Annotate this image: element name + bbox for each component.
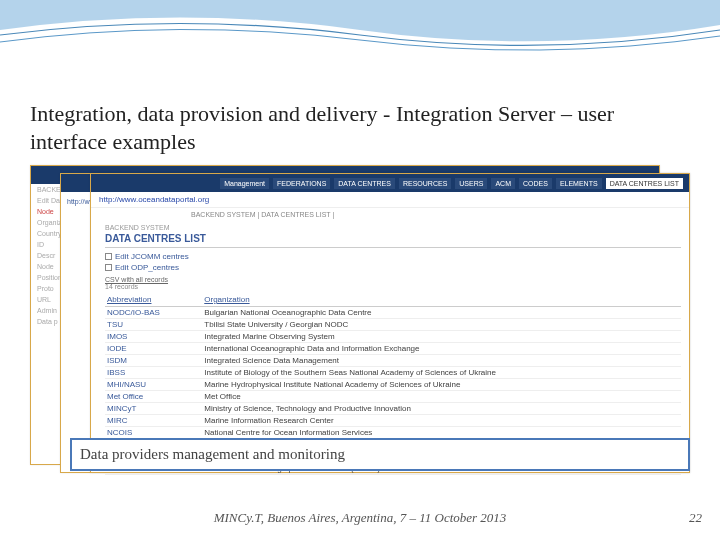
checkbox-icon <box>105 264 112 271</box>
panel-front: Management FEDERATIONS DATA CENTRES RESO… <box>90 173 690 473</box>
table-row[interactable]: NODC/IO-BASBulgarian National Oceanograp… <box>105 307 681 319</box>
tab-resources[interactable]: RESOURCES <box>399 178 451 189</box>
table-row[interactable]: IMOSIntegrated Marine Observing System <box>105 331 681 343</box>
cell-abbr: ISDM <box>105 355 202 367</box>
cell-abbr: MIRC <box>105 415 202 427</box>
table-row[interactable]: IODEInternational Oceanographic Data and… <box>105 343 681 355</box>
tab-data-centres[interactable]: DATA CENTRES <box>334 178 395 189</box>
cell-abbr: MINCyT <box>105 403 202 415</box>
table-row[interactable]: Met OfficeMet Office <box>105 391 681 403</box>
caption-box: Data providers management and monitoring <box>70 438 690 471</box>
cell-abbr: IMOS <box>105 331 202 343</box>
cell-org: National Centre for Ocean Information Se… <box>202 427 681 439</box>
cell-abbr: TSU <box>105 319 202 331</box>
record-count: 14 records <box>105 283 681 290</box>
tab-data-centres-list[interactable]: DATA CENTRES LIST <box>606 178 683 189</box>
table-row[interactable]: TSUTbilisi State University / Georgian N… <box>105 319 681 331</box>
page-number: 22 <box>689 510 702 526</box>
tab-users[interactable]: USERS <box>455 178 487 189</box>
decorative-wave <box>0 0 720 70</box>
tab-federations[interactable]: FEDERATIONS <box>273 178 330 189</box>
top-tabs: Management FEDERATIONS DATA CENTRES RESO… <box>91 174 689 192</box>
cell-org: International Oceanographic Data and Inf… <box>202 343 681 355</box>
cell-abbr: IBSS <box>105 367 202 379</box>
tab-codes[interactable]: CODES <box>519 178 552 189</box>
edit-jcomm-link[interactable]: Edit JCOMM centres <box>105 251 681 262</box>
checkbox-icon <box>105 253 112 260</box>
table-row[interactable]: MHI/NASUMarine Hydrophysical Institute N… <box>105 379 681 391</box>
cell-org: Met Office <box>202 391 681 403</box>
csv-export-link[interactable]: CSV with all records <box>105 276 681 283</box>
cell-abbr: NODC/IO-BAS <box>105 307 202 319</box>
table-row[interactable]: ISDMIntegrated Science Data Management <box>105 355 681 367</box>
cell-abbr: IODE <box>105 343 202 355</box>
url-bar[interactable]: http://www.oceandataportal.org <box>91 192 689 208</box>
table-row[interactable]: NCOISNational Centre for Ocean Informati… <box>105 427 681 439</box>
col-abbreviation[interactable]: Abbreviation <box>105 293 202 307</box>
section-title: DATA CENTRES LIST <box>105 231 681 248</box>
table-row[interactable]: MINCyTMinistry of Science, Technology an… <box>105 403 681 415</box>
cell-org: Tbilisi State University / Georgian NODC <box>202 319 681 331</box>
cell-org: Bulgarian National Oceanographic Data Ce… <box>202 307 681 319</box>
cell-org: Marine Information Research Center <box>202 415 681 427</box>
section-label: BACKEND SYSTEM <box>105 224 681 231</box>
table-row[interactable]: IBSSInstitute of Biology of the Southern… <box>105 367 681 379</box>
cell-org: Integrated Marine Observing System <box>202 331 681 343</box>
tab-elements[interactable]: ELEMENTS <box>556 178 602 189</box>
cell-org: Marine Hydrophysical Institute National … <box>202 379 681 391</box>
cell-org: Integrated Science Data Management <box>202 355 681 367</box>
tab-management[interactable]: Management <box>220 178 269 189</box>
edit-odp-link[interactable]: Edit ODP_centres <box>105 262 681 273</box>
slide-footer: MINCy.T, Buenos Aires, Argentina, 7 – 11… <box>0 510 720 526</box>
table-row[interactable]: MIRCMarine Information Research Center <box>105 415 681 427</box>
cell-org: Institute of Biology of the Southern Sea… <box>202 367 681 379</box>
breadcrumb: BACKEND SYSTEM | DATA CENTRES LIST | <box>91 208 689 220</box>
col-organization[interactable]: Organization <box>202 293 681 307</box>
cell-abbr: NCOIS <box>105 427 202 439</box>
cell-abbr: MHI/NASU <box>105 379 202 391</box>
cell-org: Ministry of Science, Technology and Prod… <box>202 403 681 415</box>
screenshot-stack: BACKEND Edit Data Node Organization Coun… <box>30 165 690 475</box>
cell-abbr: Met Office <box>105 391 202 403</box>
tab-acm[interactable]: ACM <box>491 178 515 189</box>
